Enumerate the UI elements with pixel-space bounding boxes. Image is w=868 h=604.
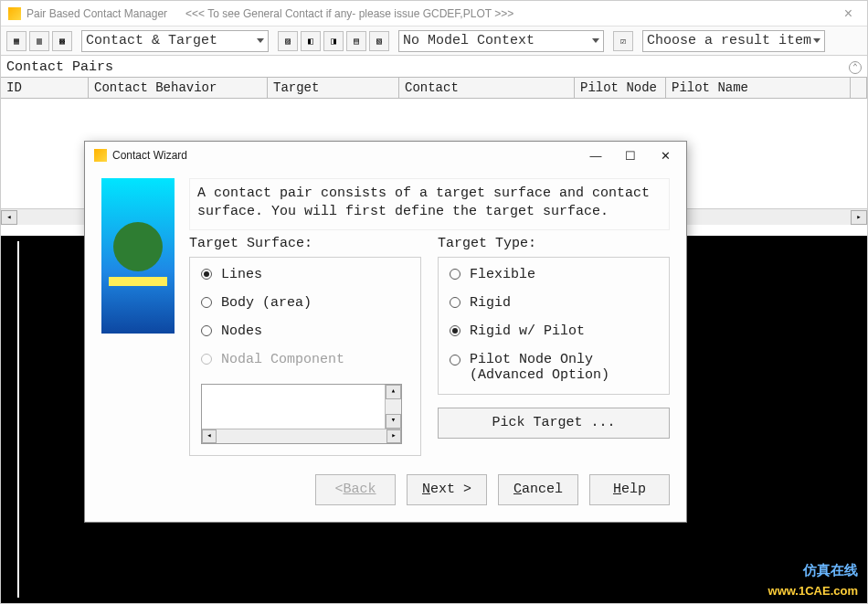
- minimize-button[interactable]: —: [578, 143, 613, 167]
- radio-pilot-only[interactable]: Pilot Node Only (Advanced Option): [450, 352, 658, 383]
- wizard-intro-text: A contact pair consists of a target surf…: [189, 178, 670, 230]
- radio-nodal-component: Nodal Component: [201, 352, 409, 367]
- col-contact[interactable]: Contact: [399, 78, 575, 98]
- radio-rigid-label: Rigid: [470, 295, 511, 311]
- cancel-button[interactable]: Cancel: [498, 474, 578, 505]
- chevron-down-icon: [592, 38, 599, 43]
- radio-icon: [201, 354, 212, 365]
- watermark-url: www.1CAE.com: [768, 584, 858, 598]
- combo-model-context-text: No Model Context: [403, 33, 535, 48]
- col-behavior[interactable]: Contact Behavior: [89, 78, 268, 98]
- chevron-down-icon: [813, 38, 820, 43]
- grid-header: ID Contact Behavior Target Contact Pilot…: [1, 77, 867, 99]
- toolbar-button-5[interactable]: ◧: [301, 31, 321, 51]
- toolbar-button-6[interactable]: ◨: [323, 31, 344, 51]
- window-title: Pair Based Contact Manager: [26, 7, 167, 20]
- radio-pilot-only-label: Pilot Node Only (Advanced Option): [470, 352, 609, 383]
- col-target[interactable]: Target: [268, 78, 399, 98]
- combo-contact-target-text: Contact & Target: [86, 33, 217, 48]
- section-label: Contact Pairs ⌃: [1, 56, 867, 77]
- radio-nodes[interactable]: Nodes: [201, 323, 409, 339]
- radio-flexible-label: Flexible: [470, 267, 535, 282]
- col-scroll[interactable]: [851, 78, 867, 98]
- main-toolbar: ▦ ▥ ▩ Contact & Target ▨ ◧ ◨ ▤ ▧ No Mode…: [1, 26, 867, 56]
- radio-icon: [450, 269, 460, 280]
- main-titlebar: Pair Based Contact Manager <<< To see Ge…: [1, 1, 867, 26]
- close-icon[interactable]: ×: [837, 5, 860, 22]
- pick-target-button[interactable]: Pick Target ...: [438, 408, 670, 439]
- radio-flexible[interactable]: Flexible: [450, 267, 658, 282]
- wizard-button-row: < Back Next > Cancel Help: [85, 461, 686, 522]
- contact-wizard-dialog: Contact Wizard — ☐ ✕ A contact pair cons…: [84, 141, 687, 523]
- pick-target-label: Pick Target ...: [492, 415, 615, 430]
- col-pilot-name[interactable]: Pilot Name: [666, 78, 851, 98]
- back-button: < Back: [315, 474, 396, 505]
- toolbar-button-8[interactable]: ▧: [369, 31, 389, 51]
- next-button[interactable]: Next >: [407, 474, 487, 505]
- listbox-vscroll[interactable]: ▴▾: [385, 385, 401, 429]
- target-type-group: Flexible Rigid Rigid w/ Pilot: [438, 257, 670, 395]
- radio-icon: [201, 269, 212, 280]
- combo-result-item-text: Choose a result item: [647, 33, 811, 48]
- radio-icon: [201, 325, 212, 336]
- maximize-button[interactable]: ☐: [613, 143, 648, 167]
- radio-rigid-pilot[interactable]: Rigid w/ Pilot: [450, 323, 658, 339]
- radio-icon: [450, 355, 460, 366]
- toolbar-button-1[interactable]: ▦: [6, 31, 26, 51]
- chevron-down-icon: [257, 38, 264, 43]
- radio-lines[interactable]: Lines: [201, 267, 409, 282]
- help-button[interactable]: Help: [589, 474, 670, 505]
- wizard-titlebar[interactable]: Contact Wizard — ☐ ✕: [85, 142, 686, 169]
- target-surface-group: Lines Body (area) Nodes Nodal Compo: [189, 257, 421, 456]
- combo-model-context[interactable]: No Model Context: [398, 30, 604, 52]
- wizard-illustration: [101, 178, 175, 334]
- radio-rigid[interactable]: Rigid: [450, 295, 658, 311]
- radio-nodal-label: Nodal Component: [221, 352, 344, 367]
- target-surface-label: Target Surface:: [189, 236, 421, 251]
- component-listbox[interactable]: ▴▾ ◂▸: [201, 384, 402, 444]
- scroll-right-icon[interactable]: ▸: [851, 210, 867, 225]
- toolbar-button-3[interactable]: ▩: [52, 31, 72, 51]
- combo-result-item[interactable]: Choose a result item: [642, 30, 825, 52]
- close-button[interactable]: ✕: [648, 143, 683, 167]
- radio-icon: [201, 297, 212, 308]
- radio-lines-label: Lines: [221, 267, 262, 282]
- radio-body-label: Body (area): [221, 295, 312, 311]
- combo-contact-target[interactable]: Contact & Target: [81, 30, 269, 52]
- radio-icon: [450, 325, 460, 336]
- section-label-text: Contact Pairs: [6, 59, 113, 75]
- watermark-cn: 仿真在线: [803, 562, 858, 579]
- wizard-title: Contact Wizard: [112, 149, 187, 162]
- col-id[interactable]: ID: [1, 78, 89, 98]
- toolbar-button-7[interactable]: ▤: [346, 31, 366, 51]
- rollup-icon[interactable]: ⌃: [849, 61, 862, 74]
- col-pilot-node[interactable]: Pilot Node: [575, 78, 666, 98]
- app-icon: [94, 149, 107, 162]
- toolbar-button-9[interactable]: ☑: [613, 31, 633, 51]
- window-subtitle: <<< To see General Contact if any- pleas…: [185, 7, 837, 20]
- radio-rigid-pilot-label: Rigid w/ Pilot: [470, 323, 585, 339]
- radio-body[interactable]: Body (area): [201, 295, 409, 311]
- scroll-left-icon[interactable]: ◂: [1, 210, 17, 225]
- toolbar-button-2[interactable]: ▥: [29, 31, 49, 51]
- listbox-hscroll[interactable]: ◂▸: [202, 429, 401, 443]
- toolbar-button-4[interactable]: ▨: [278, 31, 298, 51]
- radio-nodes-label: Nodes: [221, 323, 262, 339]
- target-type-label: Target Type:: [438, 236, 670, 251]
- radio-icon: [450, 297, 460, 308]
- app-icon: [8, 7, 21, 20]
